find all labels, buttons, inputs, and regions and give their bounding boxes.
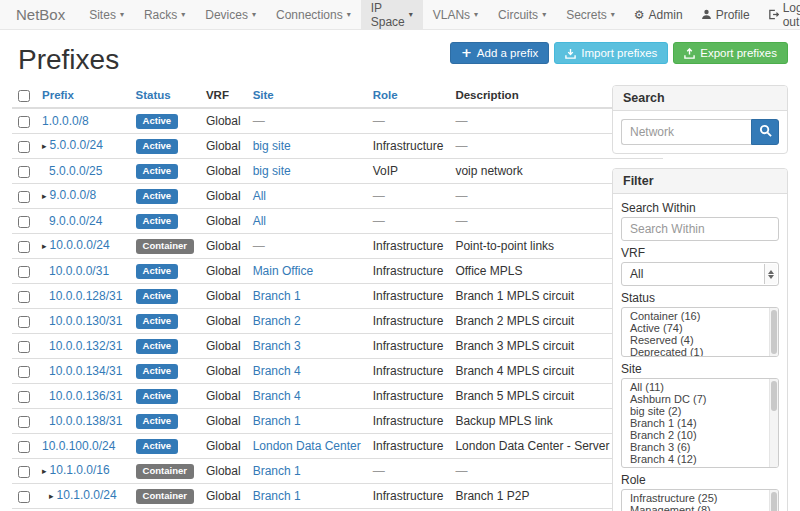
prefix-link[interactable]: 10.0.0.136/31 [49,389,122,403]
prefix-link[interactable]: 9.0.0.0/8 [50,188,97,202]
prefix-link[interactable]: 10.0.0.0/24 [50,238,110,252]
scrollbar[interactable] [769,308,778,356]
prefix-link[interactable]: 10.1.0.0/16 [50,463,110,477]
search-button[interactable] [751,119,779,145]
column-header-role[interactable]: Role [367,85,450,108]
site-link[interactable]: Branch 3 [253,339,301,353]
column-header-site[interactable]: Site [247,85,367,108]
nav-item-racks[interactable]: Racks▾ [134,0,195,29]
expand-arrow-icon[interactable]: ▸ [42,466,47,476]
listbox-option[interactable]: All (11) [622,381,768,393]
prefix-link[interactable]: 10.1.0.0/24 [57,488,117,502]
listbox-option[interactable]: Branch 3 (6) [622,441,768,453]
nav-admin-link[interactable]: ⚙Admin [625,8,692,22]
listbox-option[interactable]: Branch 4 (12) [622,453,768,465]
prefix-link[interactable]: 1.0.0.0/8 [42,114,89,128]
listbox-option[interactable]: Management (8) [622,504,768,511]
expand-arrow-icon[interactable]: ▸ [42,241,47,251]
select-all-checkbox[interactable] [18,90,30,102]
listbox-option[interactable]: big site (2) [622,405,768,417]
listbox-option[interactable]: Reserved (4) [622,334,768,346]
site-link[interactable]: Branch 4 [253,389,301,403]
nav-item-vlans[interactable]: VLANs▾ [423,0,488,29]
status-badge: Active [136,139,179,154]
site-link[interactable]: big site [253,164,291,178]
site-link[interactable]: Branch 1 [253,289,301,303]
status-badge: Active [136,414,179,429]
row-checkbox[interactable] [18,416,30,428]
column-header-prefix[interactable]: Prefix [36,85,130,108]
gear-icon: ⚙ [634,8,645,22]
site-link[interactable]: All [253,214,266,228]
vrf-value: Global [206,489,241,503]
scrollbar[interactable] [769,379,778,467]
expand-arrow-icon[interactable]: ▸ [42,191,47,201]
row-checkbox[interactable] [18,316,30,328]
site-link[interactable]: Branch 4 [253,364,301,378]
nav-item-sites[interactable]: Sites▾ [79,0,134,29]
prefix-link[interactable]: 10.0.0.132/31 [49,339,122,353]
prefix-link[interactable]: 10.0.0.0/31 [49,264,109,278]
vrf-select[interactable]: All [621,262,779,286]
brand-logo[interactable]: NetBox [0,0,79,29]
row-checkbox[interactable] [18,116,30,128]
row-checkbox[interactable] [18,266,30,278]
role-listbox[interactable]: Infrastructure (25)Management (8)Private… [621,489,779,511]
row-checkbox[interactable] [18,291,30,303]
nav-profile-link[interactable]: Profile [692,8,759,22]
site-link[interactable]: Branch 2 [253,314,301,328]
listbox-option[interactable]: Ashburn DC (7) [622,393,768,405]
search-input[interactable] [621,119,751,145]
row-checkbox[interactable] [18,491,30,503]
column-header-status[interactable]: Status [130,85,200,108]
nav-item-connections[interactable]: Connections▾ [266,0,361,29]
export-prefixes-button[interactable]: Export prefixes [673,42,788,64]
site-link[interactable]: Main Office [253,264,313,278]
row-checkbox[interactable] [18,216,30,228]
nav-item-circuits[interactable]: Circuits▾ [488,0,556,29]
row-checkbox[interactable] [18,341,30,353]
prefix-link[interactable]: 10.0.0.130/31 [49,314,122,328]
prefix-link[interactable]: 5.0.0.0/25 [49,164,102,178]
status-listbox[interactable]: Container (16)Active (74)Reserved (4)Dep… [621,307,779,357]
row-checkbox[interactable] [18,141,30,153]
add-a-prefix-button[interactable]: +Add a prefix [450,42,549,64]
site-link[interactable]: Branch 1 [253,489,301,503]
row-checkbox[interactable] [18,166,30,178]
row-checkbox[interactable] [18,241,30,253]
scrollbar[interactable] [769,490,778,511]
listbox-option[interactable]: Active (74) [622,322,768,334]
listbox-option[interactable]: Branch 5 (7) [622,465,768,468]
prefix-link[interactable]: 10.0.0.138/31 [49,414,122,428]
site-link[interactable]: London Data Center [253,439,361,453]
prefix-link[interactable]: 10.0.0.134/31 [49,364,122,378]
listbox-option[interactable]: Deprecated (1) [622,346,768,357]
row-checkbox[interactable] [18,441,30,453]
prefix-link[interactable]: 5.0.0.0/24 [50,138,103,152]
listbox-option[interactable]: Infrastructure (25) [622,492,768,504]
nav-item-secrets[interactable]: Secrets▾ [556,0,625,29]
prefix-link[interactable]: 9.0.0.0/24 [49,214,102,228]
search-within-input[interactable] [621,217,779,241]
row-checkbox[interactable] [18,466,30,478]
prefix-link[interactable]: 10.0.0.128/31 [49,289,122,303]
row-checkbox[interactable] [18,391,30,403]
site-link[interactable]: All [253,189,266,203]
row-checkbox[interactable] [18,366,30,378]
row-checkbox[interactable] [18,191,30,203]
site-link[interactable]: big site [253,139,291,153]
nav-log-out-link[interactable]: Log out [759,1,800,29]
import-prefixes-button[interactable]: Import prefixes [554,42,668,64]
listbox-option[interactable]: Branch 2 (10) [622,429,768,441]
expand-arrow-icon[interactable]: ▸ [42,141,47,151]
listbox-option[interactable]: Branch 1 (14) [622,417,768,429]
expand-arrow-icon[interactable]: ▸ [49,491,54,501]
site-link[interactable]: Branch 1 [253,414,301,428]
navbar-user-menu: ⚙AdminProfileLog out [625,0,800,29]
site-link[interactable]: Branch 1 [253,464,301,478]
prefix-link[interactable]: 10.0.100.0/24 [42,439,115,453]
nav-item-ip-space[interactable]: IP Space▾ [361,0,423,29]
listbox-option[interactable]: Container (16) [622,310,768,322]
site-listbox[interactable]: All (11)Ashburn DC (7)big site (2)Branch… [621,378,779,468]
nav-item-devices[interactable]: Devices▾ [195,0,266,29]
